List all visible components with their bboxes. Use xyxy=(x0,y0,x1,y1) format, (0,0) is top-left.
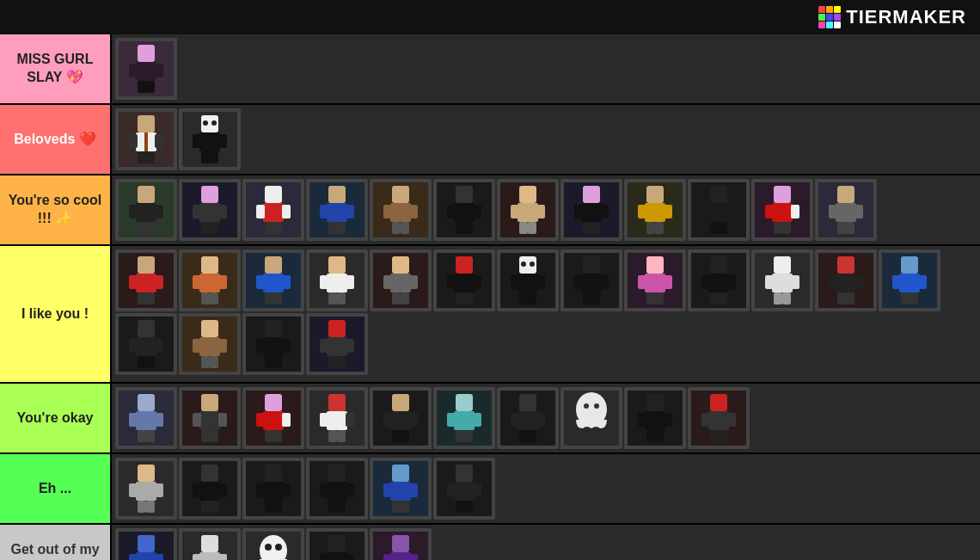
svg-rect-334 xyxy=(447,483,456,497)
svg-rect-300 xyxy=(155,483,163,497)
svg-rect-147 xyxy=(473,275,481,289)
list-item xyxy=(179,179,241,241)
svg-rect-206 xyxy=(138,356,146,368)
svg-rect-217 xyxy=(263,337,284,356)
svg-rect-204 xyxy=(129,339,138,353)
svg-rect-200 xyxy=(910,292,918,305)
list-item xyxy=(497,249,559,311)
svg-rect-357 xyxy=(328,535,346,552)
svg-rect-248 xyxy=(265,430,273,442)
svg-rect-83 xyxy=(638,205,646,218)
svg-rect-348 xyxy=(193,554,201,560)
svg-rect-186 xyxy=(782,292,791,305)
tier-items-5 xyxy=(112,454,980,523)
svg-rect-134 xyxy=(328,292,337,305)
svg-rect-232 xyxy=(129,413,138,427)
svg-rect-62 xyxy=(447,205,456,218)
svg-rect-32 xyxy=(201,186,218,203)
list-item xyxy=(115,458,177,520)
svg-rect-177 xyxy=(727,275,736,289)
svg-rect-34 xyxy=(193,205,201,218)
svg-rect-103 xyxy=(836,203,856,222)
svg-rect-185 xyxy=(774,292,782,305)
svg-rect-329 xyxy=(392,501,401,513)
svg-rect-304 xyxy=(201,465,218,482)
svg-point-355 xyxy=(275,544,282,551)
svg-rect-218 xyxy=(256,339,265,353)
svg-rect-39 xyxy=(265,186,282,203)
svg-rect-259 xyxy=(390,411,411,430)
svg-point-280 xyxy=(584,403,589,409)
tier-items-1 xyxy=(112,105,980,174)
list-item xyxy=(370,458,432,520)
svg-rect-176 xyxy=(701,275,710,289)
tier-items-0 xyxy=(112,34,980,103)
svg-rect-293 xyxy=(727,413,736,427)
svg-rect-311 xyxy=(265,465,282,482)
svg-rect-33 xyxy=(199,203,220,222)
tier-label-1: Beloveds ❤️ xyxy=(0,105,112,174)
tier-row-getout: Get out of my sight . xyxy=(0,525,980,560)
svg-rect-142 xyxy=(401,292,409,305)
tier-items-3 xyxy=(112,246,980,382)
svg-rect-337 xyxy=(464,501,473,513)
list-item xyxy=(179,313,241,375)
svg-rect-224 xyxy=(327,337,347,356)
list-item xyxy=(306,528,368,560)
svg-rect-188 xyxy=(837,256,854,274)
svg-rect-85 xyxy=(646,222,655,234)
list-item xyxy=(306,249,368,311)
svg-rect-203 xyxy=(136,337,156,356)
tier-label-4: You're okay xyxy=(0,384,112,452)
svg-rect-326 xyxy=(390,482,411,501)
svg-point-18 xyxy=(211,120,217,126)
svg-rect-241 xyxy=(201,430,210,442)
tier-label-3: I like you ! xyxy=(0,246,112,382)
list-item xyxy=(115,179,177,241)
list-item xyxy=(560,179,622,241)
list-item xyxy=(179,387,241,449)
svg-rect-92 xyxy=(710,222,719,234)
svg-rect-233 xyxy=(155,413,163,427)
svg-rect-49 xyxy=(346,205,354,218)
list-item xyxy=(242,387,304,449)
svg-rect-81 xyxy=(646,186,664,203)
svg-rect-193 xyxy=(846,292,854,305)
svg-rect-35 xyxy=(218,205,227,218)
svg-rect-342 xyxy=(155,554,163,560)
tier-items-6 xyxy=(112,525,980,560)
list-item xyxy=(688,179,750,241)
svg-rect-179 xyxy=(719,292,727,305)
svg-rect-133 xyxy=(346,275,354,289)
svg-rect-141 xyxy=(392,292,401,305)
list-item xyxy=(242,528,304,560)
svg-rect-68 xyxy=(518,203,538,222)
svg-rect-249 xyxy=(273,430,282,442)
svg-rect-47 xyxy=(327,203,347,222)
svg-rect-309 xyxy=(210,501,218,513)
list-item xyxy=(560,249,622,311)
svg-rect-273 xyxy=(518,411,538,430)
svg-rect-252 xyxy=(327,411,347,430)
svg-point-281 xyxy=(594,403,599,409)
svg-rect-86 xyxy=(655,222,664,234)
svg-rect-318 xyxy=(328,465,346,482)
list-item xyxy=(242,313,304,375)
list-item xyxy=(688,249,750,311)
svg-rect-209 xyxy=(201,320,218,337)
svg-rect-127 xyxy=(265,292,273,305)
svg-point-17 xyxy=(203,120,208,126)
svg-rect-91 xyxy=(727,205,736,218)
svg-rect-315 xyxy=(265,501,273,513)
list-item xyxy=(624,179,686,241)
svg-rect-64 xyxy=(456,222,464,234)
svg-rect-360 xyxy=(346,554,354,560)
svg-rect-275 xyxy=(536,413,545,427)
svg-rect-90 xyxy=(701,205,710,218)
svg-rect-82 xyxy=(645,203,665,222)
svg-rect-181 xyxy=(774,256,791,274)
svg-rect-167 xyxy=(646,256,664,274)
svg-rect-98 xyxy=(791,205,799,218)
list-item xyxy=(115,313,177,375)
svg-rect-287 xyxy=(646,430,655,442)
